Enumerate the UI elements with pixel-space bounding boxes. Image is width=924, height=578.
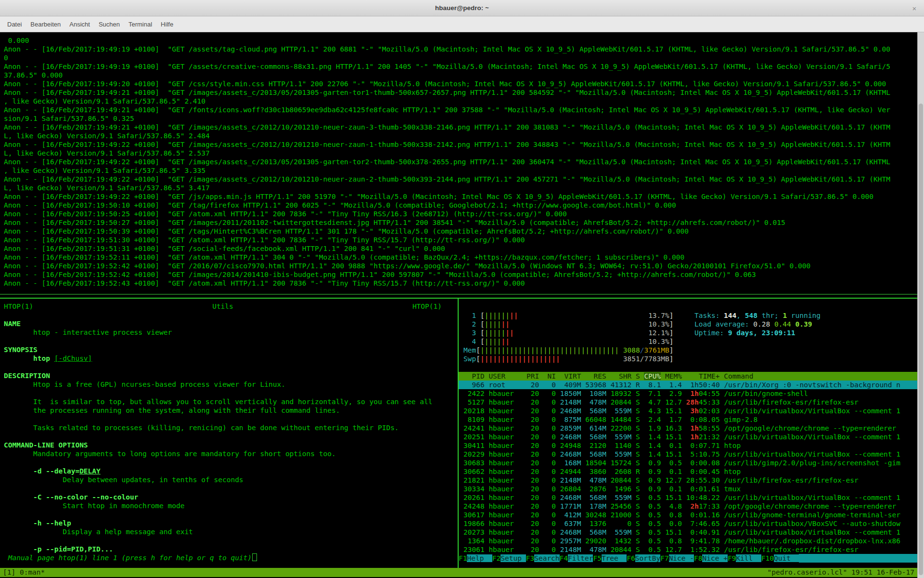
- man-line: [4, 458, 456, 467]
- man-line: [4, 337, 456, 345]
- scrollbar-thumb[interactable]: [919, 104, 923, 575]
- tmux-host-clock-label: "pedro.caserio.lcl" 19:51 16-Feb-17: [767, 568, 914, 577]
- man-line: htop - interactive process viewer: [4, 328, 456, 337]
- fkey-label: Nice -: [669, 554, 694, 562]
- swap-meter: Swp[||||||||||||||||||| 3851/7783MB]: [463, 355, 674, 363]
- cpu-meter-2: 2 [|||||| 10.3%]: [463, 320, 674, 328]
- man-line: NAME: [4, 319, 456, 328]
- menu-item-datei[interactable]: Datei: [3, 21, 26, 28]
- fkey-tree[interactable]: F5Tree: [593, 554, 627, 563]
- process-row[interactable]: 20273 hbauer 20 0 2468M 568M 559M S 0.5 …: [459, 528, 917, 537]
- text-cursor: [252, 553, 257, 561]
- man-header-left: HTOP(1): [4, 302, 150, 311]
- uptime-line: Uptime: 9 days, 23:09:11: [694, 328, 821, 337]
- fkey-number: F4: [560, 554, 568, 562]
- menu-item-hilfe[interactable]: Hilfe: [156, 21, 178, 28]
- htop-pane: 1 [|||||||| 13.7%] 2 [|||||| 10.3%] 3 [|…: [459, 32, 917, 578]
- fkey-number: F1: [459, 554, 467, 562]
- process-row[interactable]: 20229 hbauer 20 0 2468M 568M 559M S 1.4 …: [459, 450, 917, 459]
- process-row[interactable]: 5127 hbauer 20 0 2148M 478M 20844 S 4.7 …: [459, 398, 917, 407]
- process-row[interactable]: 2422 hbauer 20 0 1850M 108M 18932 S 7.1 …: [459, 389, 917, 398]
- fkey-quit[interactable]: F10Quit: [761, 554, 799, 563]
- man-line: Start htop in monochrome mode: [4, 501, 456, 510]
- menu-item-bearbeiten[interactable]: Bearbeiten: [26, 21, 65, 28]
- man-line: -p --pid=PID,PID...: [4, 545, 456, 553]
- man-line: [4, 363, 456, 371]
- fkey-number: F2: [492, 554, 500, 562]
- process-row[interactable]: 23061 hbauer 20 0 2148M 478M 20844 S 0.5…: [459, 545, 917, 554]
- close-icon[interactable]: ×: [910, 4, 919, 13]
- man-header-center: Utils: [150, 302, 295, 311]
- process-row[interactable]: 30662 hbauer 20 0 24944 3860 2608 R 0.9 …: [459, 467, 917, 476]
- fkey-label: SortBy: [635, 554, 660, 562]
- menu-item-ansicht[interactable]: Ansicht: [65, 21, 94, 28]
- fkey-label: Filter: [568, 554, 593, 562]
- tmux-status-bar: [1] 0:man* "pedro.caserio.lcl" 19:51 16-…: [0, 568, 917, 577]
- fkey-label: Help: [467, 554, 492, 562]
- man-line: htop [-dChusv]: [4, 354, 456, 363]
- process-row[interactable]: 24248 hbauer 20 0 1771M 178M 25456 S 0.5…: [459, 502, 917, 511]
- fkey-nice-[interactable]: F7Nice -: [660, 554, 694, 563]
- fkey-number: F5: [593, 554, 601, 562]
- tasks-line: Tasks: 144, 548 thr; 1 running: [694, 311, 821, 320]
- process-row[interactable]: 19866 hbauer 20 0 637M 1376 0 S 0.5 0.0 …: [459, 519, 917, 528]
- fkey-sortby[interactable]: F6SortBy: [627, 554, 660, 563]
- man-line: SYNOPSIS: [4, 345, 456, 354]
- menu-bar: DateiBearbeitenAnsichtSuchenTerminalHilf…: [0, 16, 924, 32]
- fkey-number: F8: [694, 554, 702, 562]
- cpu-meter-1: 1 [|||||||| 13.7%]: [463, 311, 674, 320]
- fkey-kill[interactable]: F9Kill: [728, 554, 761, 563]
- man-line: -h --help: [4, 519, 456, 527]
- fkey-filter[interactable]: F4Filter: [560, 554, 593, 563]
- menu-item-suchen[interactable]: Suchen: [94, 21, 124, 28]
- fkey-search[interactable]: F3Search: [526, 554, 560, 563]
- man-line: -d --delay=DELAY: [4, 467, 456, 475]
- process-row[interactable]: 20218 hbauer 20 0 2468M 568M 559M S 4.3 …: [459, 407, 917, 415]
- man-line: Delay between updates, in tenths of seco…: [4, 475, 456, 484]
- fkey-setup[interactable]: F2Setup: [492, 554, 526, 563]
- man-line: COMMAND-LINE OPTIONS: [4, 441, 456, 449]
- man-line: Htop is a free (GPL) ncurses-based proce…: [4, 380, 456, 389]
- memory-meter: Mem[||||||||||||||||||||||||||||||||| 30…: [463, 346, 674, 355]
- window-title: hbauer@pedro: ~: [435, 4, 489, 12]
- fkey-help[interactable]: F1Help: [459, 554, 492, 563]
- htop-function-key-bar: F1Help F2Setup F3SearchF4FilterF5Tree F6…: [459, 554, 917, 563]
- tmux-session-window-label: [1] 0:man*: [3, 568, 45, 577]
- process-row[interactable]: 30617 hbauer 20 0 412M 30248 21000 S 0.5…: [459, 511, 917, 519]
- process-row[interactable]: 21821 hbauer 20 0 2148M 478M 20844 S 0.9…: [459, 476, 917, 485]
- process-row[interactable]: 20251 hbauer 20 0 2468M 568M 559M S 1.4 …: [459, 433, 917, 441]
- man-line: Display a help message and exit: [4, 527, 456, 536]
- htop-process-table: PID USER PRI NI VIRT RES SHR S CPU% MEM%…: [459, 372, 917, 554]
- process-row[interactable]: 20261 hbauer 20 0 2468M 568M 559M S 0.5 …: [459, 493, 917, 502]
- process-table-header[interactable]: PID USER PRI NI VIRT RES SHR S CPU% MEM%…: [459, 372, 917, 381]
- menu-item-terminal[interactable]: Terminal: [124, 21, 156, 28]
- fkey-number: F3: [526, 554, 534, 562]
- man-line: -C --no-color --no-colour: [4, 493, 456, 501]
- man-header: HTOP(1) Utils HTOP(1): [4, 302, 456, 311]
- fkey-number: F10: [761, 554, 774, 562]
- fkey-number: F7: [660, 554, 668, 562]
- man-line: [4, 311, 456, 319]
- fkey-label: Setup: [500, 554, 526, 562]
- man-line: [4, 389, 456, 397]
- process-row[interactable]: 30683 hbauer 20 0 168M 18504 15724 S 0.9…: [459, 459, 917, 467]
- process-row[interactable]: 1364 hbauer 20 0 2957M 29020 1432 S 0.5 …: [459, 537, 917, 545]
- man-line: [4, 510, 456, 519]
- terminal-area: 0.000Anon - - [16/Feb/2017:19:49:19 +010…: [0, 32, 924, 578]
- process-row[interactable]: 8109 hbauer 20 0 875M 66048 14484 S 2.4 …: [459, 415, 917, 424]
- man-line: [4, 536, 456, 545]
- process-row[interactable]: 30334 hbauer 20 0 26804 2876 1496 S 0.9 …: [459, 485, 917, 493]
- man-line: DESCRIPTION: [4, 371, 456, 380]
- terminal-scrollbar[interactable]: [917, 32, 924, 578]
- cpu-meter-3: 3 [||||||| 12.1%]: [463, 328, 674, 337]
- man-header-right: HTOP(1): [296, 302, 456, 311]
- fkey-label: Tree: [602, 554, 627, 562]
- fkey-number: F9: [728, 554, 736, 562]
- fkey-number: F6: [627, 554, 635, 562]
- process-row[interactable]: 24241 hbauer 20 0 2859M 614M 22200 S 1.9…: [459, 424, 917, 433]
- fkey-bar-filler: [799, 554, 917, 563]
- process-row[interactable]: 966 root 20 0 409M 53968 41312 R 8.1 1.4…: [459, 381, 917, 389]
- fkey-label: Nice +: [702, 554, 727, 562]
- process-row[interactable]: 30411 hbauer 20 0 24948 2120 1140 S 1.4 …: [459, 441, 917, 450]
- fkey-nice-[interactable]: F8Nice +: [694, 554, 728, 563]
